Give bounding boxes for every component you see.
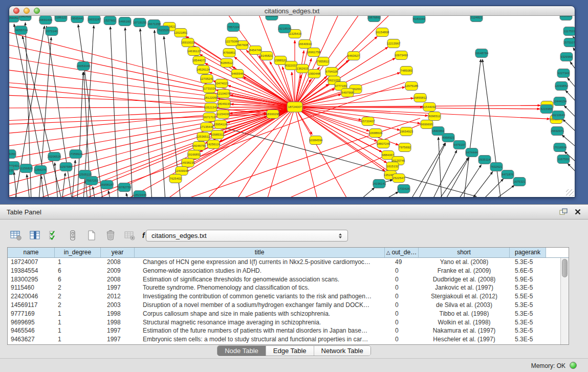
graph-node-yellow[interactable]: 8454749: [249, 46, 262, 55]
graph-node-yellow[interactable]: 8284512: [221, 59, 233, 68]
graph-node-teal[interactable]: 12444154: [553, 97, 567, 106]
graph-node-yellow[interactable]: 12975185: [405, 82, 419, 91]
graph-node-yellow[interactable]: 10521341: [204, 103, 218, 112]
graph-node-yellow[interactable]: 18544072: [192, 56, 206, 65]
graph-node-teal[interactable]: 20053346: [77, 62, 91, 71]
graph-node-teal[interactable]: 2073140: [46, 27, 58, 36]
graph-node-yellow[interactable]: 17135448: [200, 123, 214, 132]
graph-node-teal[interactable]: 8471876: [502, 170, 514, 179]
graph-node-teal[interactable]: 5905135: [9, 166, 14, 175]
graph-node-yellow[interactable]: 1362615: [296, 64, 309, 73]
graph-node-teal[interactable]: 15692971: [551, 127, 564, 136]
graph-node-yellow[interactable]: 6497568: [341, 89, 354, 97]
graph-node-yellow[interactable]: 9699695: [421, 120, 433, 129]
column-header-title[interactable]: title: [135, 248, 385, 257]
graph-node-yellow[interactable]: 1990448: [308, 70, 320, 78]
graph-node-yellow[interactable]: 18300295: [266, 110, 280, 119]
graph-node-yellow[interactable]: 7955812: [317, 57, 329, 66]
graph-node-teal[interactable]: 20206526: [48, 152, 61, 161]
table-row[interactable]: 911546021997Tourette syndrome. Phenomeno…: [8, 283, 569, 292]
graph-node-teal[interactable]: 7632621: [490, 163, 503, 171]
column-header-outde[interactable]: △out_de…: [385, 248, 419, 257]
graph-node-teal[interactable]: 1167531: [557, 155, 570, 164]
graph-node-teal[interactable]: 2059052: [9, 16, 19, 23]
graph-node-teal[interactable]: 17359924: [69, 150, 83, 159]
table-row[interactable]: 1938455462009Genome-wide association stu…: [8, 267, 569, 275]
graph-node-teal[interactable]: 2124821: [470, 16, 483, 22]
graph-node-yellow[interactable]: 8756851: [223, 49, 235, 57]
resize-grip-icon[interactable]: [566, 189, 574, 196]
graph-node-teal[interactable]: 1186122: [55, 16, 67, 22]
graph-node-yellow[interactable]: 12409948: [175, 167, 189, 176]
column-header-name[interactable]: name: [8, 248, 55, 257]
graph-node-yellow[interactable]: 15720407: [361, 117, 375, 126]
graph-node-teal[interactable]: 1527602: [104, 16, 116, 25]
network-canvas[interactable]: 1132541916640910169617587955812679402896…: [9, 16, 575, 197]
graph-node-yellow[interactable]: 11731024: [203, 84, 216, 93]
table-row[interactable]: 969969511998Structural magnetic resonanc…: [8, 318, 569, 327]
graph-node-yellow[interactable]: 19166852: [187, 150, 201, 159]
graph-node-yellow[interactable]: 11544092: [423, 103, 437, 112]
graph-node-yellow[interactable]: 14526124: [197, 65, 210, 74]
close-panel-icon[interactable]: [575, 208, 581, 217]
graph-node-teal[interactable]: 6479197: [453, 141, 466, 149]
graph-node-teal[interactable]: 1819304: [560, 16, 572, 20]
graph-node-yellow[interactable]: 11154039: [216, 110, 230, 119]
tab-node-table[interactable]: Node Table: [217, 346, 266, 356]
scrollbar-thumb[interactable]: [562, 259, 568, 277]
table-settings-button[interactable]: [9, 229, 23, 242]
graph-node-teal[interactable]: 11156829: [19, 164, 33, 173]
window-titlebar[interactable]: citations_edges.txt: [9, 6, 575, 16]
graph-node-teal[interactable]: 2935114: [478, 156, 491, 164]
graph-node-yellow[interactable]: 16154808: [376, 28, 389, 37]
table-row[interactable]: 1830029562008Estimation of significance …: [8, 275, 569, 284]
graph-node-teal[interactable]: 10653287: [88, 16, 101, 24]
graph-node-teal[interactable]: 24055724: [14, 26, 28, 35]
table-row[interactable]: 977716911998Corpus callosum shape and si…: [8, 310, 569, 318]
graph-node-teal[interactable]: 1294275: [34, 166, 47, 174]
graph-node-yellow[interactable]: 18122059: [204, 94, 218, 102]
graph-node-yellow[interactable]: 12021851: [174, 29, 188, 37]
graph-node-teal[interactable]: 9329966: [560, 53, 573, 61]
graph-node-yellow[interactable]: 8096512: [428, 112, 441, 121]
graph-node-yellow[interactable]: 16640910: [298, 40, 312, 49]
graph-node-teal[interactable]: 7515526: [157, 26, 169, 35]
select-rows-button[interactable]: [47, 229, 60, 242]
graph-node-teal[interactable]: 17957253: [85, 177, 99, 185]
graph-node-teal[interactable]: 16958187: [100, 181, 114, 189]
column-header-year[interactable]: year: [101, 248, 135, 257]
graph-node-yellow[interactable]: 10973493: [395, 51, 408, 60]
column-header-indegree[interactable]: in_degree: [55, 248, 101, 257]
graph-node-yellow[interactable]: 14938235: [181, 159, 195, 167]
graph-node-yellow[interactable]: 12104078: [217, 90, 231, 98]
graph-node-yellow[interactable]: 10985312: [211, 130, 225, 139]
graph-node-yellow[interactable]: 8322037: [285, 61, 297, 70]
float-panel-icon[interactable]: [559, 208, 568, 217]
graph-node-teal[interactable]: 1840954: [432, 127, 444, 136]
graph-node-yellow[interactable]: 2522547: [393, 174, 405, 183]
table-vertical-scrollbar[interactable]: [560, 258, 569, 344]
graph-node-yellow[interactable]: 12275084: [225, 37, 239, 46]
table-row[interactable]: 1872400712008Changes of HCN gene express…: [8, 258, 569, 267]
graph-node-yellow[interactable]: 14256124: [207, 140, 221, 149]
graph-node-teal[interactable]: 8183044: [413, 16, 425, 24]
column-header-short[interactable]: short: [419, 248, 510, 257]
show-columns-button[interactable]: [28, 229, 41, 242]
graph-node-teal[interactable]: 7857224: [227, 23, 239, 32]
graph-node-teal[interactable]: 14196141: [373, 180, 386, 188]
graph-node-yellow[interactable]: 12213967: [387, 39, 401, 48]
graph-node-teal[interactable]: 12093852: [555, 82, 569, 91]
graph-node-yellow[interactable]: 15954124: [214, 120, 228, 129]
graph-node-yellow[interactable]: 7485083: [400, 67, 412, 75]
graph-node-yellow[interactable]: 10688609: [369, 129, 383, 138]
graph-node-teal[interactable]: 1733426: [398, 185, 410, 193]
graph-node-teal[interactable]: 20691406: [39, 16, 53, 25]
delete-column-button[interactable]: [104, 229, 117, 242]
graph-node-yellow[interactable]: 9463627: [347, 52, 360, 60]
graph-node-teal[interactable]: 2506050: [9, 150, 16, 159]
graph-node-yellow[interactable]: 9465546: [231, 70, 244, 78]
graph-node-yellow[interactable]: 9146821: [260, 52, 273, 60]
graph-node-yellow[interactable]: 16046755: [192, 142, 206, 150]
table-row[interactable]: 1456911722003Disruption of a novel membe…: [8, 301, 569, 310]
graph-node-teal[interactable]: 10719155: [133, 18, 147, 27]
